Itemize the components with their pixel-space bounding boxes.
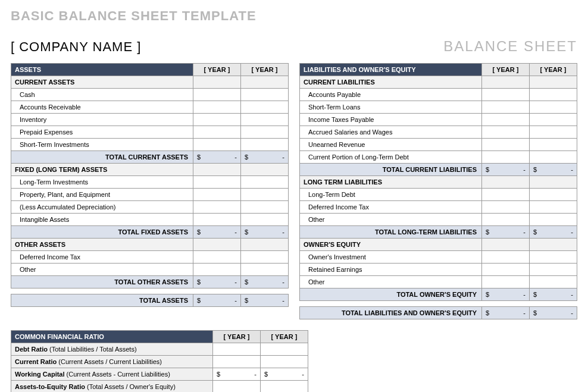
liab-longterm-val1-1[interactable]	[482, 201, 530, 214]
liab-current-val1-4[interactable]	[482, 139, 530, 151]
liab-equity-total1: $-	[482, 288, 530, 301]
liab-grand-total2: $-	[530, 307, 577, 319]
liab-current-total1: $-	[482, 164, 530, 176]
liab-longterm-item-0[interactable]: Long-Term Debt	[300, 189, 482, 201]
assets-table: ASSETS[ YEAR ][ YEAR ]CURRENT ASSETSCash…	[11, 63, 289, 307]
liab-longterm-val1-0[interactable]	[482, 189, 530, 201]
main-columns: ASSETS[ YEAR ][ YEAR ]CURRENT ASSETSCash…	[11, 63, 577, 319]
assets-fixed-item-3[interactable]: Intangible Assets	[11, 214, 193, 226]
year-col-1: [ YEAR ]	[482, 64, 530, 76]
liab-current-item-0[interactable]: Accounts Payable	[300, 89, 482, 101]
liab-current-val2-3[interactable]	[530, 126, 577, 139]
assets-fixed-val1-2[interactable]	[193, 201, 241, 214]
liab-current-item-5[interactable]: Current Portion of Long-Term Debt	[300, 151, 482, 164]
assets-other-item-0[interactable]: Deferred Income Tax	[11, 251, 193, 264]
liab-longterm-total1: $-	[482, 226, 530, 239]
assets-current-item-3[interactable]: Prepaid Expenses	[11, 126, 193, 139]
assets-fixed-val2-1[interactable]	[241, 189, 289, 201]
liab-equity-val2-1[interactable]	[530, 264, 577, 276]
assets-fixed-val2-3[interactable]	[241, 214, 289, 226]
liab-equity-item-1[interactable]: Retained Earnings	[300, 264, 482, 276]
assets-current-item-1[interactable]: Accounts Receivable	[11, 101, 193, 114]
assets-other-val1-0[interactable]	[193, 251, 241, 264]
liab-equity-val2-2[interactable]	[530, 276, 577, 288]
liab-equity-total-label: TOTAL OWNER'S EQUITY	[300, 288, 482, 301]
liab-current-item-2[interactable]: Income Taxes Payable	[300, 114, 482, 126]
ratio-val2-3[interactable]	[261, 381, 308, 393]
assets-fixed-val2-0[interactable]	[241, 176, 289, 189]
assets-fixed-item-1[interactable]: Property, Plant, and Equipment	[11, 189, 193, 201]
liab-longterm-total-label: TOTAL LONG-TERM LIABILITIES	[300, 226, 482, 239]
liab-current-val1-2[interactable]	[482, 114, 530, 126]
assets-current-val2-0[interactable]	[241, 89, 289, 101]
assets-current-val2-3[interactable]	[241, 126, 289, 139]
assets-fixed-item-0[interactable]: Long-Term Investments	[11, 176, 193, 189]
assets-other-total1: $-	[193, 276, 241, 288]
liab-longterm-item-1[interactable]: Deferred Income Tax	[300, 201, 482, 214]
assets-grand-total-label: TOTAL ASSETS	[11, 294, 193, 307]
ratio-val2-1[interactable]	[261, 356, 308, 368]
assets-other-val1-1[interactable]	[193, 264, 241, 276]
liab-longterm-item-2[interactable]: Other	[300, 214, 482, 226]
liab-current-val2-0[interactable]	[530, 89, 577, 101]
liab-current-item-4[interactable]: Unearned Revenue	[300, 139, 482, 151]
assets-current-item-2[interactable]: Inventory	[11, 114, 193, 126]
assets-other-item-1[interactable]: Other	[11, 264, 193, 276]
assets-current-val1-3[interactable]	[193, 126, 241, 139]
ratio-table: COMMON FINANCIAL RATIO[ YEAR ][ YEAR ]De…	[11, 330, 308, 392]
liab-equity-val1-1[interactable]	[482, 264, 530, 276]
liab-current-total-label: TOTAL CURRENT LIABILITIES	[300, 164, 482, 176]
assets-current-total-label: TOTAL CURRENT ASSETS	[11, 151, 193, 164]
assets-current-val1-4[interactable]	[193, 139, 241, 151]
assets-current-val2-1[interactable]	[241, 101, 289, 114]
liab-longterm-val2-2[interactable]	[530, 214, 577, 226]
page-title: BASIC BALANCE SHEET TEMPLATE	[11, 8, 577, 24]
liab-equity-item-2[interactable]: Other	[300, 276, 482, 288]
liab-longterm-val2-1[interactable]	[530, 201, 577, 214]
liab-equity-val2-0[interactable]	[530, 251, 577, 264]
assets-current-val2-2[interactable]	[241, 114, 289, 126]
assets-fixed-val1-1[interactable]	[193, 189, 241, 201]
assets-current-val2-4[interactable]	[241, 139, 289, 151]
assets-current-val1-2[interactable]	[193, 114, 241, 126]
assets-current-val1-1[interactable]	[193, 101, 241, 114]
ratio-val1-2[interactable]: $-	[213, 368, 261, 381]
assets-current-item-4[interactable]: Short-Term Investments	[11, 139, 193, 151]
liab-current-item-1[interactable]: Short-Term Loans	[300, 101, 482, 114]
assets-fixed-val1-3[interactable]	[193, 214, 241, 226]
liab-equity-total2: $-	[530, 288, 577, 301]
liab-current-item-3[interactable]: Accrued Salaries and Wages	[300, 126, 482, 139]
year-col-1: [ YEAR ]	[193, 64, 241, 76]
ratio-val2-2[interactable]: $-	[261, 368, 308, 381]
assets-current-item-0[interactable]: Cash	[11, 89, 193, 101]
header-row: [ COMPANY NAME ] BALANCE SHEET	[11, 38, 577, 55]
liab-current-total2: $-	[530, 164, 577, 176]
liab-equity-item-0[interactable]: Owner's Investment	[300, 251, 482, 264]
liab-longterm-val1-2[interactable]	[482, 214, 530, 226]
liab-current-val2-2[interactable]	[530, 114, 577, 126]
liab-equity-header: OWNER'S EQUITY	[300, 239, 482, 251]
liab-current-val1-3[interactable]	[482, 126, 530, 139]
assets-fixed-val2-2[interactable]	[241, 201, 289, 214]
liab-equity-val1-2[interactable]	[482, 276, 530, 288]
assets-current-val1-0[interactable]	[193, 89, 241, 101]
ratio-val2-0[interactable]	[261, 343, 308, 356]
liab-current-val2-4[interactable]	[530, 139, 577, 151]
liab-current-val1-0[interactable]	[482, 89, 530, 101]
liab-current-val1-5[interactable]	[482, 151, 530, 164]
assets-other-val2-0[interactable]	[241, 251, 289, 264]
ratio-val1-3[interactable]	[213, 381, 261, 393]
liab-current-val1-1[interactable]	[482, 101, 530, 114]
liab-current-val2-5[interactable]	[530, 151, 577, 164]
ratio-row-0: Debt Ratio (Total Liabilities / Total As…	[11, 343, 213, 356]
liab-equity-val1-0[interactable]	[482, 251, 530, 264]
assets-fixed-val1-0[interactable]	[193, 176, 241, 189]
ratio-val1-0[interactable]	[213, 343, 261, 356]
assets-fixed-total2: $-	[241, 226, 289, 239]
liab-current-val2-1[interactable]	[530, 101, 577, 114]
liab-longterm-total2: $-	[530, 226, 577, 239]
ratio-val1-1[interactable]	[213, 356, 261, 368]
assets-fixed-item-2[interactable]: (Less Accumulated Depreciation)	[11, 201, 193, 214]
assets-other-val2-1[interactable]	[241, 264, 289, 276]
liab-longterm-val2-0[interactable]	[530, 189, 577, 201]
